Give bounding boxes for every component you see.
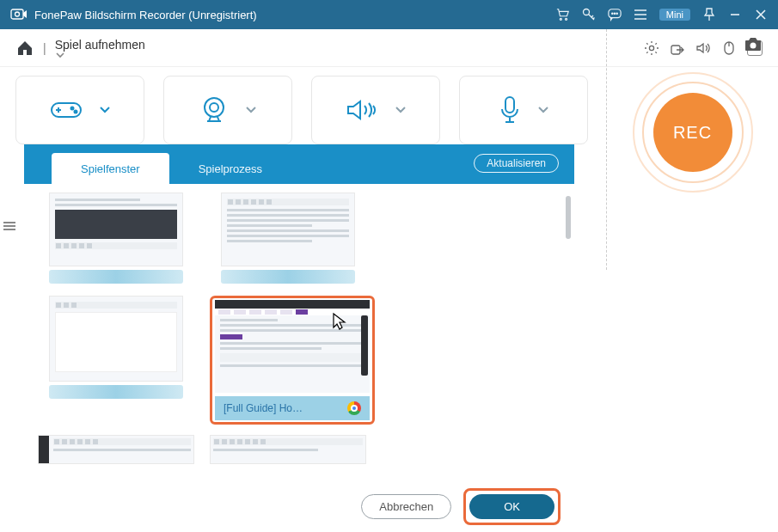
svg-point-14 [75,111,77,113]
cancel-button[interactable]: Abbrechen [361,494,451,519]
popup-tabs: Spielfenster Spielprozess Aktualisieren [24,144,574,184]
svg-point-4 [583,9,589,15]
thumbnail-label-placeholder [221,270,355,284]
chrome-icon [347,401,361,415]
svg-point-8 [616,13,617,14]
pin-icon[interactable] [702,8,716,21]
record-button[interactable]: REC [633,72,753,193]
game-source-card[interactable] [15,76,144,144]
window-thumbnail[interactable] [210,435,366,464]
window-thumbnail[interactable] [210,193,366,284]
menu-icon[interactable] [634,8,647,21]
main-area: REC Spielfenster Spielprozess Aktualisie… [0,67,778,532]
cart-icon[interactable] [556,8,570,21]
ok-button[interactable]: OK [469,494,554,519]
feedback-icon[interactable] [608,8,622,21]
popup-actions: Abbrechen OK [24,481,574,532]
gamepad-icon [49,98,83,122]
ok-highlight: OK [463,488,561,525]
svg-point-18 [750,43,757,49]
svg-point-16 [210,103,218,112]
chevron-down-icon [537,106,549,114]
svg-rect-17 [505,97,514,113]
microphone-icon [498,95,522,125]
window-thumbnail-selected[interactable]: [Full Guide] Ho… [210,296,375,425]
webcam-source-card[interactable] [163,76,292,144]
home-icon[interactable] [15,39,34,58]
record-panel: REC [606,29,778,270]
audio-source-card[interactable] [311,76,440,144]
chevron-down-icon [55,52,149,58]
window-thumbnail[interactable] [38,296,194,425]
svg-rect-0 [11,9,23,19]
screenshot-icon[interactable] [744,36,763,52]
window-picker-popup: Spielfenster Spielprozess Aktualisieren [24,144,574,532]
speaker-icon [345,96,379,124]
window-thumbnail[interactable] [38,435,194,464]
mode-selector[interactable]: Spiel aufnehmen [55,38,149,58]
app-logo-icon [10,8,28,21]
minimize-icon[interactable] [728,8,742,21]
refresh-button[interactable]: Aktualisieren [474,154,559,173]
key-icon[interactable] [582,8,596,21]
thumbnail-label-placeholder [49,385,183,399]
tab-game-process[interactable]: Spielprozess [169,153,291,184]
webcam-icon [199,95,230,125]
titlebar: FonePaw Bildschirm Recorder (Unregistrie… [0,0,778,29]
cursor-icon [332,312,347,331]
mode-label: Spiel aufnehmen [55,38,145,52]
svg-point-1 [15,12,20,16]
thumbnail-caption: [Full Guide] Ho… [224,402,340,414]
tab-game-window[interactable]: Spielfenster [52,153,169,184]
popup-body: [Full Guide] Ho… [24,184,574,481]
svg-point-13 [71,107,74,110]
separator: | [43,41,46,55]
svg-point-6 [611,13,612,14]
mic-source-card[interactable] [459,76,588,144]
svg-point-2 [560,18,561,20]
chevron-down-icon [395,106,407,114]
app-title: FonePaw Bildschirm Recorder (Unregistrie… [34,9,556,21]
scrollbar[interactable] [566,196,571,239]
chevron-down-icon [99,106,111,114]
svg-point-7 [614,13,615,14]
panel-handle-icon[interactable] [3,222,15,232]
chevron-down-icon [245,106,257,114]
mini-mode-button[interactable]: Mini [659,9,690,21]
close-icon[interactable] [754,8,768,21]
svg-point-15 [205,98,224,117]
svg-point-3 [565,18,567,20]
thumbnail-label-placeholder [49,270,183,284]
window-thumbnail[interactable] [38,193,194,284]
